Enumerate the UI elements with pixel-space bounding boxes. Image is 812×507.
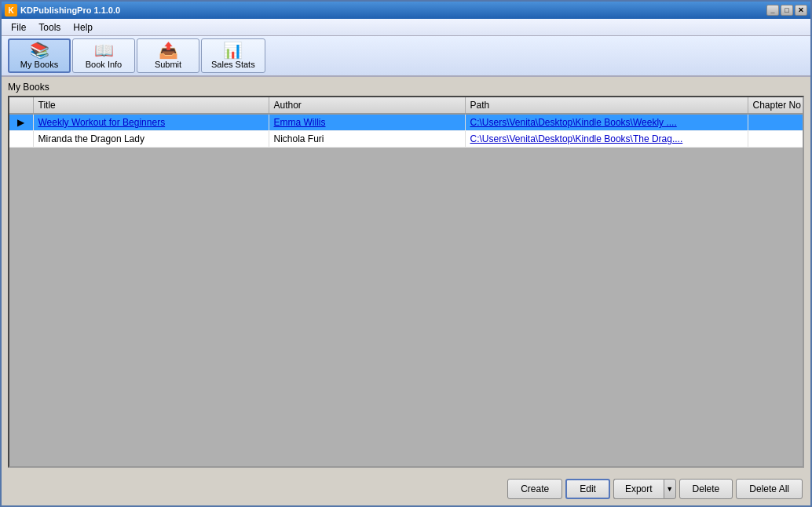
title-bar: K KDPublishingPro 1.1.0.0 _ □ ✕ <box>2 2 810 19</box>
minimize-button[interactable]: _ <box>766 5 779 16</box>
menu-file[interactable]: File <box>5 20 32 35</box>
sales-stats-label: Sales Stats <box>211 60 255 69</box>
toolbar-my-books[interactable]: 📚 My Books <box>8 38 71 73</box>
book-title-link[interactable]: Weekly Workout for Beginners <box>38 117 166 128</box>
row-title: Weekly Workout for Beginners <box>33 114 269 131</box>
row-indicator: ▶ <box>9 114 33 131</box>
row-path: C:\Users\Venita\Desktop\Kindle Books\Wee… <box>465 114 748 131</box>
app-window: K KDPublishingPro 1.1.0.0 _ □ ✕ File Too… <box>0 0 812 507</box>
close-button[interactable]: ✕ <box>795 5 807 16</box>
title-bar-left: K KDPublishingPro 1.1.0.0 <box>5 4 120 16</box>
toolbar-submit[interactable]: 📤 Submit <box>137 38 199 73</box>
toolbar-book-info[interactable]: 📖 Book Info <box>72 38 135 73</box>
books-table: Title Author Path Chapter No ▶ Weekly Wo… <box>9 97 804 148</box>
delete-all-button[interactable]: Delete All <box>736 479 803 499</box>
book-info-icon: 📖 <box>94 42 114 58</box>
table-row[interactable]: ▶ Weekly Workout for Beginners Emma Will… <box>9 114 804 131</box>
menu-bar: File Tools Help <box>2 19 810 36</box>
book-path-link[interactable]: C:\Users\Venita\Desktop\Kindle Books\Wee… <box>470 117 677 128</box>
menu-help[interactable]: Help <box>67 20 99 35</box>
create-button[interactable]: Create <box>507 479 562 499</box>
title-bar-controls: _ □ ✕ <box>766 5 807 16</box>
bottom-bar: Create Edit Export ▼ Delete Delete All <box>2 472 810 505</box>
col-header-chapter: Chapter No <box>748 97 804 114</box>
books-table-container: Title Author Path Chapter No ▶ Weekly Wo… <box>8 96 804 468</box>
edit-button[interactable]: Edit <box>565 479 610 499</box>
book-author-link[interactable]: Emma Willis <box>274 117 326 128</box>
book-info-label: Book Info <box>86 60 122 69</box>
row-chapter <box>748 114 804 131</box>
toolbar-sales-stats[interactable]: 📊 Sales Stats <box>201 38 265 73</box>
export-button-group: Export ▼ <box>613 479 676 499</box>
col-header-author: Author <box>269 97 465 114</box>
sales-stats-icon: 📊 <box>223 42 243 58</box>
row-chapter <box>748 131 804 148</box>
row-indicator <box>9 131 33 148</box>
main-area: My Books Title Author Path Chapter No <box>2 77 810 472</box>
col-header-title: Title <box>33 97 269 114</box>
my-books-label: My Books <box>20 60 58 69</box>
table-row[interactable]: Miranda the Dragon Lady Nichola Furi C:\… <box>9 131 804 148</box>
delete-button[interactable]: Delete <box>679 479 733 499</box>
menu-tools[interactable]: Tools <box>32 20 67 35</box>
row-title: Miranda the Dragon Lady <box>33 131 269 148</box>
section-label: My Books <box>8 82 804 93</box>
submit-icon: 📤 <box>159 42 178 58</box>
row-author: Nichola Furi <box>269 131 465 148</box>
col-header-indicator <box>9 97 33 114</box>
app-title: KDPublishingPro 1.1.0.0 <box>20 5 120 15</box>
col-header-path: Path <box>465 97 748 114</box>
submit-label: Submit <box>155 60 181 69</box>
app-icon: K <box>5 4 17 16</box>
table-header-row: Title Author Path Chapter No <box>9 97 804 114</box>
export-button[interactable]: Export <box>613 479 664 499</box>
row-author: Emma Willis <box>269 114 465 131</box>
my-books-icon: 📚 <box>30 42 49 58</box>
book-path-link2[interactable]: C:\Users\Venita\Desktop\Kindle Books\The… <box>470 133 683 144</box>
maximize-button[interactable]: □ <box>781 5 793 16</box>
row-path: C:\Users\Venita\Desktop\Kindle Books\The… <box>465 131 748 148</box>
export-dropdown-arrow[interactable]: ▼ <box>664 479 676 499</box>
content-area: My Books Title Author Path Chapter No <box>2 77 810 505</box>
table-body: ▶ Weekly Workout for Beginners Emma Will… <box>9 114 804 148</box>
toolbar: 📚 My Books 📖 Book Info 📤 Submit 📊 Sales … <box>2 36 810 77</box>
